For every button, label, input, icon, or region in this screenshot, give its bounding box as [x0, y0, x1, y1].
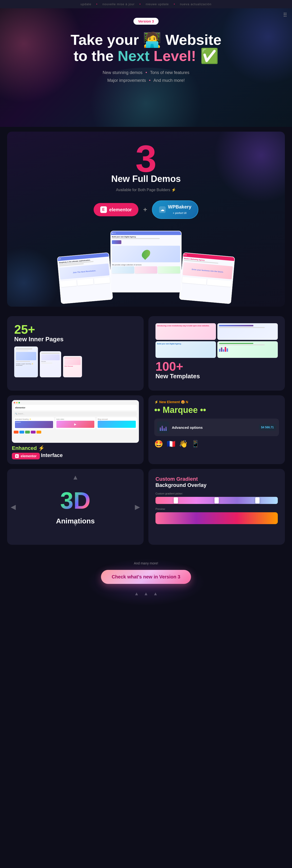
ele-widget-video-content: ▶ [56, 421, 95, 428]
mock-img-center [112, 246, 180, 262]
mock-grid-item-2 [77, 278, 93, 286]
ticker-item-2: nouvelle mise à jour [102, 2, 135, 6]
bottom-arrow-1: ▲ [134, 591, 139, 596]
templates-title: New Templates [156, 373, 278, 380]
wpbakery-label: WPBakery + pixfort UI [168, 204, 192, 215]
hero-section: ⠿ Version 3 Take your 🧑‍💻 Website to the… [0, 8, 292, 127]
bottom-arrow-3: ▲ [153, 591, 158, 596]
marquee-header: ⚡ New Element 🤩 N [154, 400, 279, 404]
cta-button[interactable]: Check what's new in Version 3 [101, 570, 191, 584]
templates-mockups: Introducing a new revolutionary way to b… [156, 323, 278, 358]
demo-screen-left-mock: Simplicity is the ultimate sophisticatio… [57, 253, 112, 304]
gradient-handle-3[interactable] [255, 497, 260, 503]
marquee-card: ⚡ New Element 🤩 N •• Marquee •• Advanced… [149, 395, 285, 464]
version-badge[interactable]: Version 3 [133, 18, 159, 25]
hero-dot-1: • [145, 70, 147, 75]
swatch-green [25, 431, 30, 434]
mock-content-right: Modern Marketing Agency. Drive your busi… [180, 257, 234, 304]
ticker-bar: update • nouvelle mise à jour • nieuwe u… [0, 0, 292, 8]
elementor-interface-card: elementor 🔍 Search... Animated Heading ✨… [7, 395, 143, 464]
arrow-icons-row: ▲ ▲ ▲ [7, 591, 285, 596]
ele-nav-bar: elementor [14, 405, 137, 410]
elementor-button[interactable]: E elementor [94, 203, 139, 216]
ele-nav-label: elementor [15, 406, 25, 409]
adv-chart [160, 424, 167, 431]
ele-widgets-grid: Animated Heading ✨ beautiful Auto video … [14, 417, 137, 429]
mock-grid-item-1 [60, 280, 77, 287]
and-many-more-text: And many more! [7, 561, 285, 565]
ele-widget-auto-video-label: Auto video [56, 418, 95, 420]
ele-badge-icon: E [15, 454, 19, 458]
ele-widget-auto-video: Auto video ▶ [55, 417, 96, 429]
plus-divider: + [143, 206, 147, 213]
emoji-2: 🇫🇷 [167, 440, 175, 448]
interface-label: Interface [41, 452, 63, 458]
ele-badge-label: elementor [21, 454, 36, 458]
mock-content-left: Simplicity is the ultimate sophisticatio… [58, 257, 112, 304]
tmpl-mock-4 [217, 341, 278, 358]
demo-screen-right: Modern Marketing Agency. Drive your busi… [179, 252, 235, 304]
ticker-item-4: nueva actualización [180, 2, 212, 6]
adv-icon [157, 422, 169, 433]
adv-bar-3 [164, 428, 165, 431]
demo-screen-center: Build your own Digital Agency. We provid… [110, 231, 182, 292]
hero-checkmark: ✅ [200, 48, 219, 64]
ele-widget-carousel-content [98, 421, 136, 428]
ele-search: 🔍 Search... [14, 412, 137, 416]
emoji-3: 👋 [179, 440, 188, 448]
mock-img-right: Drive your business into the future. [183, 262, 233, 279]
enhanced-label: Enhanced ⚡ [12, 445, 139, 451]
gradient-handle-2[interactable] [215, 497, 219, 503]
gradient-picker-bar[interactable] [156, 497, 278, 504]
hero-title-line1: Take your 🧑‍💻 Website [71, 32, 221, 48]
mock-grid-r1 [182, 277, 206, 285]
arrow-right-icon: ▶ [135, 503, 140, 511]
adv-bar-2 [162, 426, 163, 431]
elementor-icon: E [100, 206, 107, 213]
marquee-text: •• Marquee •• [154, 405, 279, 415]
ele-dot-yellow [16, 402, 18, 403]
arrow-down-icon: ▼ [72, 521, 79, 528]
mock-grid-c3 [158, 266, 180, 274]
elementor-mockup: elementor 🔍 Search... Animated Heading ✨… [12, 400, 139, 443]
tmpl-mock-3: Build your own Digital Agency. [156, 341, 216, 358]
emoji-1: 🤩 [154, 440, 163, 448]
hero-title: Take your 🧑‍💻 Website to the Next Level!… [5, 32, 287, 64]
templates-card: Introducing a new revolutionary way to b… [149, 316, 285, 391]
mock-img-left: Join The Next Revolution. [59, 264, 109, 280]
tmpl-mock-1: Introducing a new revolutionary way to b… [156, 323, 216, 340]
hero-highlight-next: Next [118, 48, 149, 64]
elementor-label: elementor [109, 207, 132, 213]
hero-feature-2: Tons of new features [150, 70, 189, 75]
ticker-dot-3: • [174, 2, 175, 6]
elementor-badge-wrapper: E elementor Interface [12, 451, 139, 459]
demo-screenshots: Simplicity is the ultimate sophisticatio… [21, 228, 271, 295]
inner-pages-title: New Inner Pages [14, 336, 136, 343]
hero-feature-3: Major improvements [107, 78, 146, 83]
mock-grid-item-3 [94, 277, 110, 284]
demo-screen-right-mock: Modern Marketing Agency. Drive your busi… [180, 253, 234, 304]
ele-dot-red [14, 402, 15, 403]
mock-topbar-center [111, 231, 181, 235]
gradient-handle-1[interactable] [174, 497, 178, 503]
inner-pages-mockups: Create a super stunning ✨ showcase! Disc… [14, 346, 136, 377]
mock-grid-c1 [112, 266, 134, 274]
gradient-title-white: Background Overlay [156, 482, 206, 488]
swatch-blue [20, 431, 24, 434]
wpbakery-button[interactable]: ☁ WPBakery + pixfort UI [152, 200, 199, 219]
demos-number: 3 [21, 144, 271, 174]
elementor-badge: E elementor [12, 453, 40, 459]
mock-grid-c2 [135, 266, 157, 274]
bottom-features-section: ▲ ◀ 3D ▶ ▼ Animations Custom Gradient Ba… [0, 469, 292, 550]
builders-row: E elementor + ☁ WPBakery + pixfort UI [21, 200, 271, 219]
mock-headline-center: Build your own Digital Agency. [112, 236, 180, 238]
gradient-picker-label: Custom gradient picker: [156, 492, 278, 495]
demos-subtitle: Available for Both Page Builders ⚡ [21, 188, 271, 192]
gradient-preview [156, 512, 278, 524]
adv-bar-4 [165, 427, 167, 431]
demos-section: 3 New Full Demos Available for Both Page… [7, 132, 285, 307]
mock-para-c1 [112, 238, 160, 239]
ele-widget-blog-carousel-label: Blog carousel [98, 418, 136, 420]
emoji-row: 🤩 🇫🇷 👋 📱 [154, 440, 279, 448]
swatch-yellow [36, 431, 41, 434]
